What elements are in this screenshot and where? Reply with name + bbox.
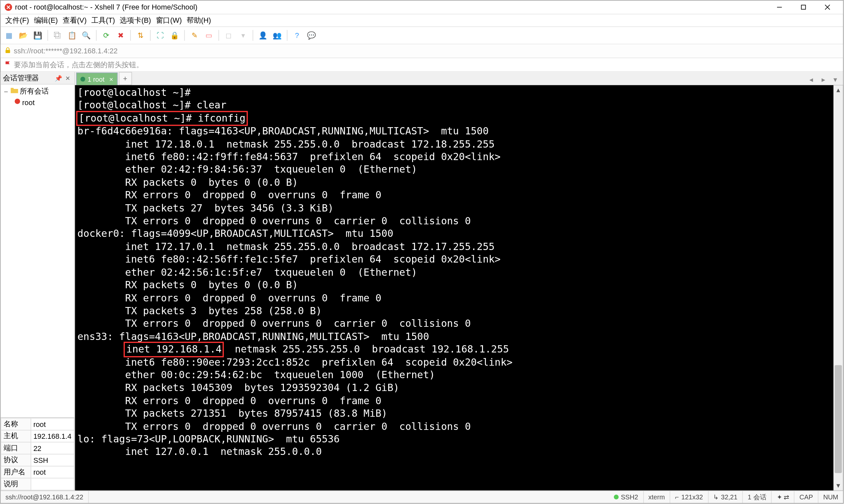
address-bar[interactable]: ssh://root:******@192.168.1.4:22 — [1, 44, 843, 58]
sidebar-title: 会话管理器 — [3, 73, 39, 83]
open-button[interactable]: 📂 — [17, 29, 29, 41]
prop-row: 用户名root — [1, 466, 74, 478]
maximize-button[interactable] — [792, 1, 816, 14]
toolbar-separator — [253, 30, 253, 41]
close-button[interactable] — [815, 1, 839, 14]
menu-查看[interactable]: 查看(V) — [60, 14, 89, 27]
terminal-line: inet6 fe80::42:f9ff:fe84:5637 prefixlen … — [77, 150, 841, 163]
tab-bar: 1 root × + ◂ ▸ ▾ — [75, 72, 843, 85]
minimize-button[interactable] — [768, 1, 792, 14]
new-session-button[interactable]: ▦ — [3, 29, 15, 41]
status-pos: ↳ 32,21 — [708, 491, 743, 503]
terminal-line: inet 192.168.1.4 netmask 255.255.255.0 b… — [77, 343, 841, 356]
pencil-button[interactable]: ✎ — [188, 29, 200, 41]
terminal-line: inet 127.0.0.1 netmask 255.0.0.0 — [77, 446, 841, 458]
terminal-line: inet6 fe80::42:56ff:fe1c:5fe7 prefixlen … — [77, 253, 841, 266]
toolbar-separator — [48, 30, 48, 41]
status-dot-icon — [614, 495, 619, 500]
tree-session-label: root — [22, 98, 35, 106]
copy-button[interactable]: ⿻ — [52, 29, 64, 41]
folder-icon — [10, 86, 18, 96]
new-tab-button[interactable]: + — [119, 72, 132, 85]
app-icon — [4, 3, 13, 11]
scroll-down-button[interactable]: ▾ — [833, 481, 843, 490]
tree-root[interactable]: − 所有会话 — [2, 86, 73, 97]
terminal-line: TX packets 27 bytes 3456 (3.3 KiB) — [77, 202, 841, 215]
terminal[interactable]: [root@localhost ~]#[root@localhost ~]# c… — [75, 85, 843, 490]
terminal-line: inet 172.18.0.1 netmask 255.255.0.0 broa… — [77, 138, 841, 150]
scroll-thumb[interactable] — [835, 365, 842, 473]
terminal-line: inet 172.17.0.1 netmask 255.255.0.0 broa… — [77, 240, 841, 253]
prop-value: 192.168.1.4 — [31, 430, 74, 442]
terminal-line: RX packets 0 bytes 0 (0.0 B) — [77, 176, 841, 189]
status-ssh: SSH2 — [609, 491, 643, 503]
help-button[interactable]: ? — [291, 29, 303, 41]
user2-button[interactable]: 👥 — [271, 29, 283, 41]
terminal-line: RX errors 0 dropped 0 overruns 0 frame 0 — [77, 291, 841, 304]
tab-close-icon[interactable]: × — [109, 75, 113, 83]
terminal-scrollbar[interactable]: ▴ ▾ — [833, 85, 843, 490]
reconnect-button[interactable]: ⟳ — [100, 29, 112, 41]
toolbar-separator — [130, 30, 131, 41]
menu-工具[interactable]: 工具(T) — [89, 14, 117, 27]
scroll-track[interactable] — [833, 95, 843, 481]
terminal-line: inet6 fe80::90ee:7293:2cc1:852c prefixle… — [77, 356, 841, 368]
menu-选项卡[interactable]: 选项卡(B) — [117, 14, 153, 27]
main-area: 1 root × + ◂ ▸ ▾ [root@localhost ~]#[roo… — [75, 72, 843, 490]
terminal-line: ether 02:42:56:1c:5f:e7 txqueuelen 0 (Et… — [77, 266, 841, 279]
lock-button[interactable]: 🔒 — [169, 29, 180, 41]
indicator1-button[interactable]: ◻ — [223, 29, 235, 41]
terminal-line: TX packets 271351 bytes 87957415 (83.8 M… — [77, 407, 841, 420]
hint-bar: 要添加当前会话，点击左侧的箭头按钮。 — [1, 58, 843, 72]
indicator2-button[interactable]: ▾ — [237, 29, 249, 41]
prop-key: 主机 — [1, 430, 31, 442]
eraser-button[interactable]: ▭ — [203, 29, 214, 41]
menu-文件[interactable]: 文件(F) — [3, 14, 31, 27]
menu-帮助[interactable]: 帮助(H) — [184, 14, 214, 27]
save-button[interactable]: 💾 — [32, 29, 44, 41]
tree-collapse-icon[interactable]: − — [3, 87, 9, 95]
terminal-line: TX errors 0 dropped 0 overruns 0 carrier… — [77, 420, 841, 433]
tree-session[interactable]: root — [13, 97, 73, 107]
terminal-line: [root@localhost ~]# — [77, 86, 841, 99]
scroll-up-button[interactable]: ▴ — [833, 85, 843, 94]
chat-button[interactable]: 💬 — [305, 29, 317, 41]
toolbar-separator — [287, 30, 288, 41]
full-screen-button[interactable]: ⛶ — [154, 29, 166, 41]
terminal-line: docker0: flags=4099<UP,BROADCAST,MULTICA… — [77, 228, 841, 240]
user1-button[interactable]: 👤 — [257, 29, 269, 41]
prop-key: 端口 — [1, 442, 31, 454]
new-file-transfer-button[interactable]: ⇅ — [135, 29, 147, 41]
address-text: ssh://root:******@192.168.1.4:22 — [14, 47, 118, 55]
prop-value: root — [31, 466, 74, 478]
tab-status-dot — [81, 77, 85, 82]
disconnect-button[interactable]: ✖ — [115, 29, 126, 41]
svg-point-3 — [15, 98, 20, 104]
menu-窗口[interactable]: 窗口(W) — [153, 14, 184, 27]
terminal-line: RX errors 0 dropped 0 overruns 0 frame 0 — [77, 394, 841, 407]
tab-root[interactable]: 1 root × — [76, 72, 117, 85]
status-term: xterm — [643, 491, 670, 503]
terminal-line: TX errors 0 dropped 0 overruns 0 carrier… — [77, 215, 841, 228]
terminal-line: ens33: flags=4163<UP,BROADCAST,RUNNING,M… — [77, 330, 841, 343]
prop-row: 说明 — [1, 478, 74, 490]
sidebar-pin-button[interactable]: 📌 — [54, 74, 62, 82]
tab-list-button[interactable]: ▾ — [830, 74, 841, 85]
toolbar: ▦📂💾⿻📋🔍⟳✖⇅⛶🔒✎▭◻▾👤👥?💬 — [1, 27, 843, 44]
sidebar-title-bar: 会话管理器 📌 ✕ — [1, 72, 74, 84]
prop-value: root — [31, 418, 74, 430]
tab-prev-button[interactable]: ◂ — [806, 74, 816, 85]
session-tree[interactable]: − 所有会话 root — [1, 85, 74, 417]
lock-icon — [4, 47, 12, 55]
prop-key: 用户名 — [1, 466, 31, 478]
terminal-line: RX packets 1045309 bytes 1293592304 (1.2… — [77, 381, 841, 394]
status-spacer: ✦ ⇄ — [772, 491, 795, 503]
toolbar-separator — [184, 30, 185, 41]
toolbar-separator — [218, 30, 219, 41]
tab-next-button[interactable]: ▸ — [818, 74, 829, 85]
sidebar-close-button[interactable]: ✕ — [64, 74, 72, 82]
hint-text: 要添加当前会话，点击左侧的箭头按钮。 — [14, 60, 143, 70]
paste-button[interactable]: 📋 — [66, 29, 78, 41]
menu-编辑[interactable]: 编辑(E) — [31, 14, 60, 27]
search-button[interactable]: 🔍 — [81, 29, 92, 41]
